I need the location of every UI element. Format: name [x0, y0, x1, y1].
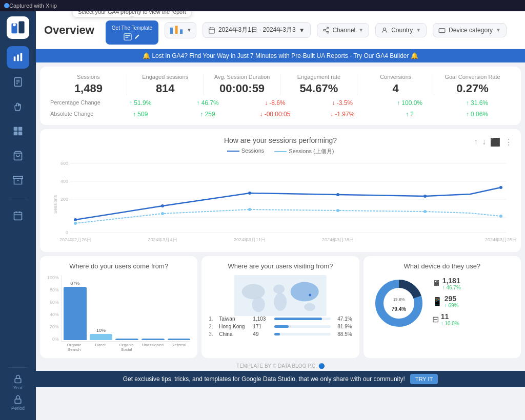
sidebar-divider-1	[9, 198, 27, 198]
abs-change-3: ↓ -1.97%	[309, 111, 376, 118]
date-range-filter[interactable]: 2024年3月1日 - 2024年3月3 ▼	[203, 22, 311, 38]
share-icon	[322, 27, 330, 34]
sidebar-item-calendar[interactable]	[7, 204, 29, 227]
sidebar-item-box[interactable]	[7, 169, 29, 192]
pct-change-5: ↑ 31.6%	[443, 99, 511, 107]
svg-point-58	[74, 222, 77, 225]
svg-rect-10	[14, 127, 18, 131]
metric-label-1: Engaged sessions	[132, 74, 198, 80]
svg-point-74	[291, 282, 319, 302]
svg-rect-29	[209, 28, 215, 33]
get-template-button[interactable]: Get The Template	[106, 20, 158, 45]
footer-cta: Get exclusive tips, tricks, and template…	[36, 371, 525, 387]
pct-change-3: ↓ -3.5%	[309, 99, 376, 107]
sidebar: Year Period	[0, 11, 36, 420]
databloo-logo-icon	[11, 20, 25, 35]
tablet-icon: ⊟	[432, 314, 439, 324]
svg-rect-13	[18, 132, 23, 136]
donut-svg: 19.8% 79.4%	[371, 275, 427, 331]
svg-point-57	[499, 186, 502, 189]
chart-type-button[interactable]: ▼	[165, 22, 196, 38]
header: Overview Select your GA4 property to vie…	[36, 11, 525, 49]
app-dot	[4, 3, 9, 8]
country-count-hk: 171	[253, 324, 271, 329]
abs-change-1: ↑ 259	[174, 111, 241, 118]
svg-text:2024年3月25日: 2024年3月25日	[485, 237, 517, 242]
bar-direct-fill	[90, 334, 113, 340]
mobile-count: 295	[445, 295, 459, 303]
pct-change-row: Percentage Change↑ 51.9%↑ 46.7%↓ -8.6%↓ …	[50, 99, 511, 107]
mobile-icon: 📱	[432, 297, 442, 306]
svg-rect-11	[18, 127, 23, 131]
metric-label-4: Conversions	[362, 74, 429, 80]
abs-change-5: ↑ 0.06%	[443, 111, 511, 118]
y-label-40: 40%	[47, 312, 59, 317]
svg-text:Sessions: Sessions	[53, 195, 58, 214]
country-bar-hk-bg	[274, 325, 330, 328]
svg-text:2024年3月11日: 2024年3月11日	[234, 237, 266, 242]
channel-filter[interactable]: Channel ▼	[317, 23, 370, 37]
y-label-60: 60%	[47, 300, 59, 305]
get-template-wrapper: Select your GA4 property to view the rep…	[106, 20, 158, 45]
metric-item-0: Sessions 1,489	[50, 74, 127, 95]
metric-value-3: 54.67%	[286, 82, 352, 95]
bar-unassigned	[142, 338, 165, 340]
y-label-20: 20%	[47, 324, 59, 329]
country-bar-china-fill	[274, 333, 280, 335]
bar-unassigned-fill	[142, 339, 165, 340]
chart-export-icon[interactable]: ⬛	[490, 137, 500, 147]
desktop-count: 1,181	[442, 277, 461, 285]
sidebar-logo[interactable]	[7, 16, 29, 39]
metric-item-3: Engagement rate 54.67%	[280, 74, 357, 95]
chart-up-icon[interactable]: ↑	[474, 137, 478, 147]
chart-more-icon[interactable]: ⋮	[504, 137, 513, 147]
chart-down-icon[interactable]: ↓	[482, 137, 486, 147]
device-row-mobile: 📱 295 ↑ 69%	[432, 295, 461, 308]
svg-rect-1	[18, 21, 24, 33]
device-row-desktop: 🖥 1,181 ↑ 46.7%	[432, 277, 461, 290]
period-label: Period	[11, 406, 25, 411]
sidebar-item-reports[interactable]	[7, 71, 29, 93]
x-label-direct: Direct	[89, 343, 112, 352]
sidebar-item-touch[interactable]	[7, 95, 29, 118]
sessions-chart-card: How are your sessions performing? ↑ ↓ ⬛ …	[40, 129, 521, 252]
chart-actions: ↑ ↓ ⬛ ⋮	[474, 137, 513, 147]
get-template-label: Get The Template	[112, 25, 152, 32]
grid-icon	[13, 126, 23, 136]
country-row-china: 3. China 49 88.5%	[209, 331, 352, 337]
sidebar-item-cart[interactable]	[7, 144, 29, 167]
abs-change-0: ↑ 509	[107, 111, 174, 118]
x-label-unassigned: Unassigned	[141, 343, 164, 352]
sidebar-item-dashboard[interactable]	[7, 46, 29, 69]
metric-item-4: Conversions 4	[357, 74, 434, 95]
desktop-icon: 🖥	[432, 279, 440, 288]
country-filter[interactable]: Country ▼	[375, 23, 427, 37]
footer-cta-text: Get exclusive tips, tricks, and template…	[123, 375, 405, 383]
world-map-svg	[209, 275, 352, 316]
country-filter-label: Country	[391, 27, 413, 34]
sidebar-item-grid[interactable]	[7, 120, 29, 142]
svg-point-53	[161, 204, 164, 207]
country-name-hk: Hong Kong	[219, 324, 250, 329]
x-label-social: Organic Social	[115, 343, 138, 352]
svg-point-72	[273, 285, 285, 294]
bar-organic-search: 87%	[64, 281, 87, 340]
svg-text:79.4%: 79.4%	[391, 306, 406, 312]
y-label-0: 0%	[47, 337, 59, 342]
svg-text:2024年2月26日: 2024年2月26日	[59, 237, 91, 242]
abs-change-2: ↓ -00:00:05	[241, 111, 309, 118]
year-label: Year	[13, 385, 23, 390]
tablet-change: ↑ 10.0%	[441, 321, 459, 326]
metric-value-2: 00:00:59	[209, 82, 275, 95]
ga4-banner[interactable]: 🔔 Lost in GA4? Find Your Way in Just 7 M…	[36, 49, 525, 62]
svg-point-52	[74, 218, 77, 221]
svg-rect-5	[21, 53, 23, 61]
try-it-button[interactable]: TRY IT	[410, 374, 438, 384]
metric-item-1: Engaged sessions 814	[127, 74, 204, 95]
svg-point-62	[423, 210, 427, 213]
x-label-referral: Referral	[167, 343, 190, 352]
bar-organic-fill	[64, 287, 87, 340]
channel-chevron-icon: ▼	[358, 27, 364, 33]
svg-rect-22	[15, 399, 21, 403]
device-filter[interactable]: Device category ▼	[433, 23, 507, 37]
